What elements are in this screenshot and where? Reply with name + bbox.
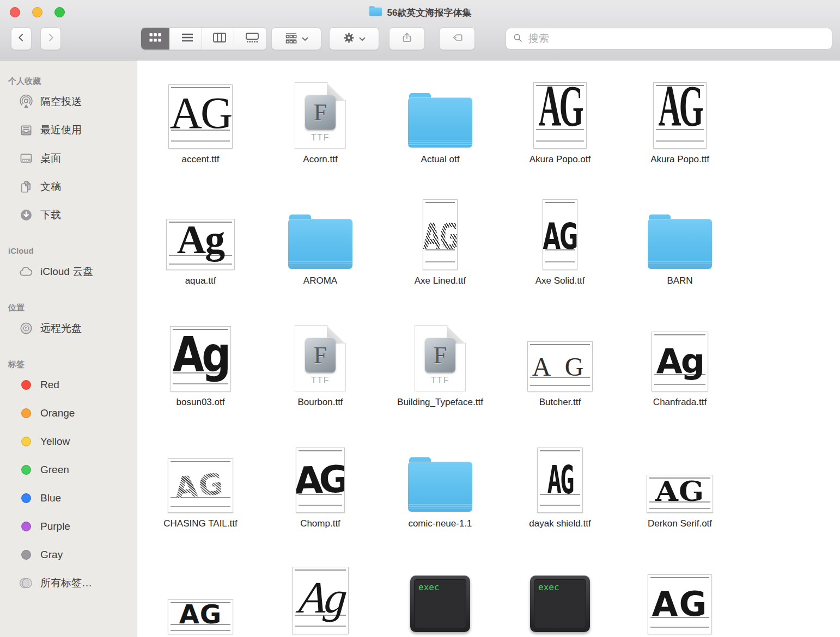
file-item[interactable]: AGDerkon Serif.otf bbox=[620, 430, 740, 552]
sidebar-item[interactable]: Blue bbox=[0, 484, 137, 512]
file-item[interactable]: exec bbox=[500, 552, 620, 637]
search-input[interactable] bbox=[527, 32, 826, 45]
file-name-label: aqua.ttf bbox=[185, 275, 216, 287]
traffic-lights bbox=[10, 7, 65, 17]
desktop-icon bbox=[19, 151, 33, 166]
tag-dot bbox=[19, 519, 33, 534]
file-thumbnail-area: AG bbox=[537, 430, 583, 513]
file-name-label: bosun03.otf bbox=[176, 396, 225, 408]
sidebar-item-label: 文稿 bbox=[40, 180, 61, 194]
file-thumbnail-area: AG bbox=[648, 552, 712, 634]
file-thumbnail-area: AG bbox=[423, 187, 458, 270]
file-item[interactable]: AG bbox=[620, 552, 740, 637]
search-icon bbox=[512, 32, 524, 46]
file-thumbnail-area: AG bbox=[533, 66, 587, 149]
file-item[interactable]: AGChomp.ttf bbox=[260, 430, 380, 552]
sidebar-item[interactable]: Orange bbox=[0, 399, 137, 427]
baseline-rule bbox=[171, 630, 230, 631]
file-thumbnail-area: AG bbox=[168, 552, 233, 634]
recents-icon bbox=[19, 123, 33, 138]
font-preview-glyph: AG bbox=[168, 471, 233, 501]
file-item[interactable]: FTTFAcorn.ttf bbox=[260, 66, 380, 187]
share-button[interactable] bbox=[389, 27, 425, 50]
sidebar-item[interactable]: Purple bbox=[0, 512, 137, 541]
font-preview-thumbnail: AG bbox=[168, 84, 233, 149]
sidebar-item[interactable]: 所有标签… bbox=[0, 569, 137, 597]
file-item[interactable]: Actual otf bbox=[380, 66, 500, 187]
font-preview-glyph: AG bbox=[168, 604, 233, 624]
documents-icon bbox=[19, 180, 33, 194]
file-item[interactable]: AGAxe Lined.ttf bbox=[380, 187, 500, 309]
sidebar-item[interactable]: 桌面 bbox=[0, 144, 137, 173]
file-item[interactable]: Ag bbox=[260, 552, 380, 637]
file-name-label: comic-neue-1.1 bbox=[408, 518, 472, 530]
minimize-button[interactable] bbox=[32, 7, 42, 17]
file-item[interactable]: AGAxe Solid.ttf bbox=[500, 187, 620, 309]
sidebar-item[interactable]: Red bbox=[0, 371, 137, 399]
file-thumbnail-area: Ag bbox=[170, 309, 231, 391]
sidebar-item[interactable]: 最近使用 bbox=[0, 116, 137, 144]
group-button[interactable] bbox=[271, 27, 321, 50]
sidebar-item[interactable]: 文稿 bbox=[0, 173, 137, 201]
sidebar-item[interactable]: iCloud 云盘 bbox=[0, 258, 137, 286]
file-thumbnail-area: Ag bbox=[292, 552, 349, 634]
file-item[interactable]: AGaccent.ttf bbox=[141, 66, 260, 187]
sidebar-item[interactable]: Yellow bbox=[0, 427, 137, 456]
file-thumbnail-area: FTTF bbox=[295, 66, 346, 149]
sidebar-item-label: Red bbox=[40, 379, 59, 391]
file-item[interactable]: AGdayak shield.ttf bbox=[500, 430, 620, 552]
forward-button[interactable] bbox=[40, 27, 61, 50]
file-item[interactable]: AROMA bbox=[260, 187, 380, 309]
sidebar-item[interactable]: 下载 bbox=[0, 201, 137, 229]
file-item[interactable]: Agbosun03.otf bbox=[141, 309, 260, 430]
file-thumbnail-area bbox=[408, 66, 472, 149]
sidebar-item-label: iCloud 云盘 bbox=[40, 265, 93, 279]
file-thumbnail-area: AG bbox=[168, 66, 233, 149]
column-view-button[interactable] bbox=[206, 28, 234, 50]
file-item[interactable]: AGCHASING TAIL.ttf bbox=[141, 430, 260, 552]
zoom-button[interactable] bbox=[54, 7, 65, 17]
sidebar-section-title: iCloud bbox=[0, 244, 137, 258]
sidebar-item-label: 下载 bbox=[40, 208, 61, 222]
close-button[interactable] bbox=[10, 7, 20, 17]
tag-button[interactable] bbox=[439, 27, 475, 50]
sidebar-item-label: 远程光盘 bbox=[40, 321, 82, 335]
file-name-label: dayak shield.ttf bbox=[529, 518, 591, 530]
title-folder-icon bbox=[369, 5, 382, 20]
font-preview-glyph: AG bbox=[537, 464, 583, 495]
list-view-button[interactable] bbox=[173, 28, 202, 50]
file-item[interactable]: BARN bbox=[620, 187, 740, 309]
file-item[interactable]: FTTFBourbon.ttf bbox=[260, 309, 380, 430]
file-item[interactable]: FTTFBuilding_Typeface.ttf bbox=[380, 309, 500, 430]
file-item[interactable]: Agaqua.ttf bbox=[141, 187, 260, 309]
ttf-file-icon: FTTF bbox=[415, 325, 466, 391]
chevron-left-icon bbox=[16, 32, 27, 45]
file-name-label: AROMA bbox=[303, 275, 337, 287]
gallery-view-button[interactable] bbox=[238, 28, 266, 50]
file-thumbnail-area: AG bbox=[653, 66, 707, 149]
action-menu-button[interactable] bbox=[329, 27, 379, 50]
chevron-down-icon bbox=[302, 34, 308, 44]
sidebar-section: 标签RedOrangeYellowGreenBluePurpleGray所有标签… bbox=[0, 358, 137, 597]
baseline-rule bbox=[540, 505, 580, 506]
sidebar-item[interactable]: Green bbox=[0, 456, 137, 484]
font-book-letter: F bbox=[314, 341, 327, 369]
file-item[interactable]: AGAkura Popo.otf bbox=[500, 66, 620, 187]
sidebar-item[interactable]: Gray bbox=[0, 541, 137, 569]
sidebar-item[interactable]: 远程光盘 bbox=[0, 314, 137, 342]
file-item[interactable]: AGAkura Popo.ttf bbox=[620, 66, 740, 187]
back-button[interactable] bbox=[11, 27, 32, 50]
sidebar-item[interactable]: 隔空投送 bbox=[0, 88, 137, 116]
sidebar-section-title: 个人收藏 bbox=[0, 75, 137, 88]
tag-icon bbox=[451, 32, 464, 46]
file-item[interactable]: AG bbox=[141, 552, 260, 637]
icon-view-button[interactable] bbox=[141, 28, 169, 50]
file-grid: AGaccent.ttfFTTFAcorn.ttfActual otfAGAku… bbox=[138, 60, 840, 637]
file-item[interactable]: comic-neue-1.1 bbox=[380, 430, 500, 552]
file-item[interactable]: A GButcher.ttf bbox=[500, 309, 620, 430]
folder-icon bbox=[288, 215, 352, 269]
file-item[interactable]: AgChanfrada.ttf bbox=[620, 309, 740, 430]
file-item[interactable]: exec bbox=[380, 552, 500, 637]
folder-body bbox=[408, 97, 472, 148]
ttf-file-icon: FTTF bbox=[295, 82, 346, 149]
